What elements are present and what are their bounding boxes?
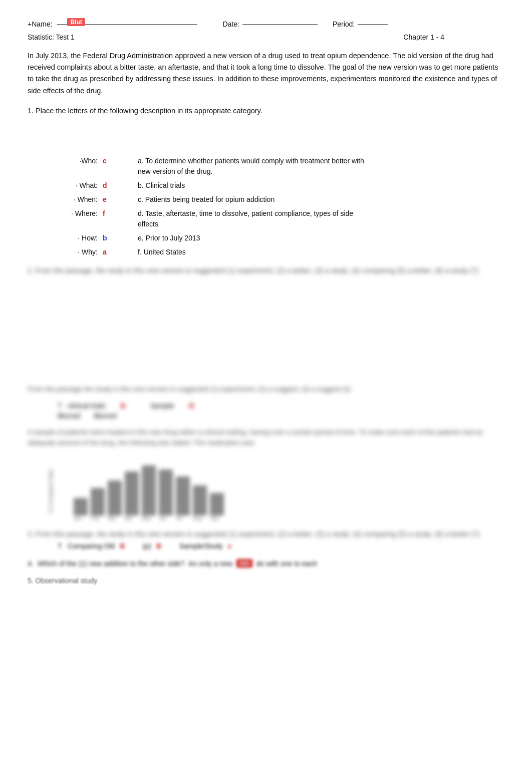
- question-1-label: 1. Place the letters of the following de…: [28, 107, 504, 115]
- question-2-block: 2. From the passage, the study in this n…: [28, 267, 504, 521]
- cat-answer-where: f: [103, 208, 123, 219]
- question-5-block: 5. Observational study: [28, 577, 504, 585]
- chart-label-6: Jun: [159, 515, 173, 521]
- category-row-why: · Why: a f. United States: [58, 247, 487, 258]
- category-table: ·Who: c a. To determine whether patients…: [58, 156, 487, 258]
- chart-bars-container: Jan Feb Mar Apr May Jun Jul Aug Sep: [59, 455, 224, 521]
- cat-answer-when: e: [103, 194, 123, 205]
- q2-sub-items: T clinical trials B Sample B Blurred Blu…: [58, 402, 504, 420]
- chart-bar-2: [91, 488, 105, 515]
- chart-bar-4: [125, 471, 139, 515]
- cat-label-how: · How:: [58, 233, 98, 243]
- date-line: [242, 24, 318, 25]
- chart-label-4: Apr: [125, 515, 139, 521]
- cat-label-why: · Why:: [58, 247, 98, 257]
- q2-passage-text: A sample of patients were treated in thi…: [28, 427, 504, 448]
- q3-part-c: Sample/Study: [179, 542, 223, 550]
- chart-labels: Jan Feb Mar Apr May Jun Jul Aug Sep: [59, 515, 224, 521]
- cat-desc-when: c. Patients being treated for opium addi…: [138, 194, 487, 205]
- q3-answer-a: B: [120, 542, 125, 550]
- cat-label-when: · When:: [58, 194, 98, 205]
- cat-desc-who: a. To determine whether patients would c…: [138, 156, 487, 177]
- chart-label-8: Aug: [193, 515, 207, 521]
- subheader-row: Statistic: Test 1 Chapter 1 - 4: [28, 33, 504, 41]
- chart-bar-5: [142, 465, 156, 515]
- cat-desc-what: b. Clinical trials: [138, 180, 487, 191]
- name-line: Blut: [57, 24, 197, 25]
- q3-sep2: [166, 542, 174, 550]
- intro-text: In July 2013, the Federal Drug Administr…: [28, 50, 504, 97]
- chart-bar-7: [176, 476, 190, 515]
- q3-part-a: T Comparing Old: [58, 542, 115, 550]
- question-3-blurred-label: 3. From this passage, the study in this …: [28, 530, 504, 538]
- cat-label-what: · What:: [58, 180, 98, 191]
- chart-label-9: Sep: [210, 515, 224, 521]
- question-1-block: 1. Place the letters of the following de…: [28, 107, 504, 258]
- chart-label-2: Feb: [91, 515, 105, 521]
- cat-answer-why: a: [103, 247, 123, 257]
- q3-sep: [130, 542, 138, 550]
- q4-end: do with one to each: [256, 560, 317, 568]
- q2-blurred-repeat: From the passage the study in this new v…: [28, 384, 504, 395]
- question-3-block: 3. From this passage, the study in this …: [28, 530, 504, 550]
- q4-middle: An only a new: [188, 560, 232, 568]
- header-row: +Name: Blut Date: Period:: [28, 20, 504, 28]
- cat-desc-how: e. Prior to July 2013: [138, 233, 487, 244]
- q3-answer-c: c: [228, 542, 232, 550]
- period-section: Period:: [333, 20, 388, 28]
- q2-chart-area: % Compliant Rate Jan Feb Mar: [28, 455, 504, 521]
- date-section: Date:: [222, 20, 317, 28]
- category-row-who: ·Who: c a. To determine whether patients…: [58, 156, 487, 177]
- chart-bar-9: [210, 493, 224, 515]
- q3-answer-b: B: [156, 542, 161, 550]
- period-label: Period:: [333, 20, 355, 28]
- chapter-label: Chapter 1 - 4: [403, 33, 444, 41]
- chart-label-1: Jan: [74, 515, 88, 521]
- chart-bar-6: [159, 469, 173, 515]
- question-3-answers: T Comparing Old B (p) B Sample/Study c: [58, 542, 504, 550]
- chart-label-5: May: [142, 515, 156, 521]
- cat-answer-how: b: [103, 233, 123, 243]
- name-label: +Name:: [28, 20, 52, 28]
- question-5-line: 5. Observational study: [28, 577, 504, 585]
- category-row-where: · Where: f d. Taste, aftertaste, time to…: [58, 208, 487, 230]
- chart-bar-3: [108, 480, 122, 515]
- q3-part-b: (p): [143, 542, 151, 550]
- cat-answer-who: c: [103, 156, 123, 166]
- cat-label-who: ·Who:: [58, 156, 98, 166]
- period-line: [358, 24, 388, 25]
- chart-label-7: Jul: [176, 515, 190, 521]
- question-4-block: 4. Which of the (1) new addition to the …: [28, 559, 504, 568]
- cat-desc-where: d. Taste, aftertaste, time to dissolve, …: [138, 208, 487, 230]
- question-2-spacer: [28, 277, 504, 377]
- cat-label-where: · Where:: [58, 208, 98, 219]
- chart-bars: [59, 455, 224, 515]
- q4-number: 4.: [28, 560, 34, 568]
- q4-highlight: 500: [236, 559, 252, 568]
- category-row-when: · When: e c. Patients being treated for …: [58, 194, 487, 205]
- chart-bar-8: [193, 485, 207, 515]
- question-4-line: 4. Which of the (1) new addition to the …: [28, 559, 504, 568]
- category-row-what: · What: d b. Clinical trials: [58, 180, 487, 191]
- cat-answer-what: d: [103, 180, 123, 191]
- cat-desc-why: f. United States: [138, 247, 487, 258]
- date-label: Date:: [222, 20, 239, 28]
- q4-blurred-text: Which of the (1) new addition to the oth…: [38, 560, 184, 568]
- statistic-label: Statistic: Test 1: [28, 33, 75, 41]
- chart-y-label: % Compliant Rate: [48, 463, 54, 513]
- chart-bar-1: [74, 498, 88, 515]
- question-2-blurred-label: 2. From the passage, the study in this n…: [28, 267, 504, 275]
- name-highlight: Blut: [67, 18, 85, 26]
- category-row-how: · How: b e. Prior to July 2013: [58, 233, 487, 244]
- chart-label-3: Mar: [108, 515, 122, 521]
